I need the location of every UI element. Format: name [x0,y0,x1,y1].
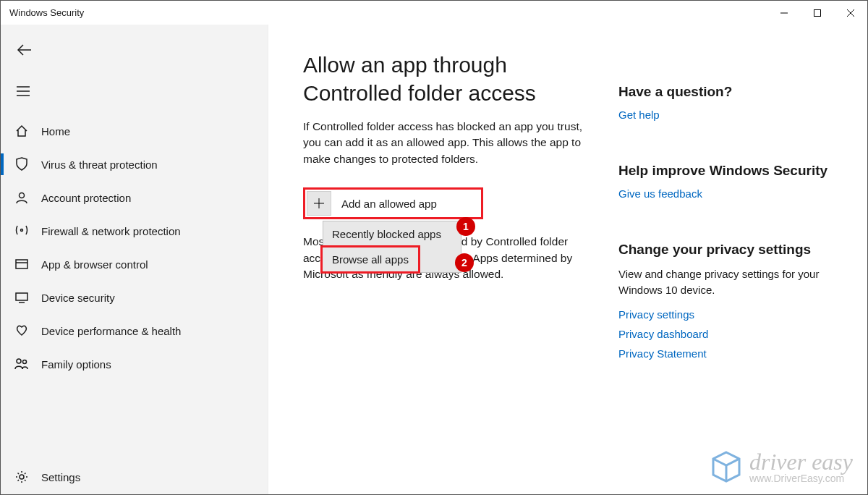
annotation-badge-1: 1 [456,217,475,236]
sidebar-item-label: Settings [41,471,80,483]
sidebar-item-settings[interactable]: Settings [1,460,268,494]
dropdown-item-label: Recently blocked apps [332,228,441,240]
device-security-icon [14,292,30,303]
privacy-body: View and change privacy settings for you… [618,266,850,298]
sidebar-item-label: Family options [41,358,111,371]
watermark-url: www.DriverEasy.com [749,473,853,484]
add-allowed-app-button[interactable]: Add an allowed app [305,190,481,217]
close-button[interactable] [834,1,867,25]
content-area: Allow an app through Controlled folder a… [268,25,867,494]
svg-rect-1 [814,9,821,16]
right-rail: Have a question? Get help Help improve W… [618,51,850,494]
maximize-button[interactable] [801,1,834,25]
sidebar-item-label: Account protection [41,192,131,204]
improve-heading: Help improve Windows Security [618,163,850,179]
sidebar-item-virus-threat[interactable]: Virus & threat protection [1,148,268,181]
add-allowed-app-label: Add an allowed app [341,198,437,210]
sidebar: Home Virus & threat protection Account p… [1,25,268,494]
svg-point-14 [17,359,21,363]
plus-icon [307,191,331,216]
back-arrow-icon [17,44,33,56]
privacy-statement-link[interactable]: Privacy Statement [618,347,850,360]
annotation-highlight-1: Add an allowed app [303,187,483,219]
feedback-link[interactable]: Give us feedback [618,187,850,200]
app-browser-icon [14,258,30,270]
sidebar-item-label: Device security [41,292,115,304]
svg-rect-10 [16,260,27,268]
privacy-dashboard-link[interactable]: Privacy dashboard [618,328,850,340]
sidebar-item-home[interactable]: Home [1,114,268,148]
svg-point-15 [23,360,27,364]
svg-point-16 [20,475,24,479]
watermark: driver easy www.DriverEasy.com [709,449,853,484]
help-heading: Have a question? [618,84,850,100]
svg-rect-12 [16,293,27,300]
get-help-link[interactable]: Get help [618,109,850,121]
gear-icon [14,470,30,483]
home-icon [14,124,30,138]
privacy-heading: Change your privacy settings [618,242,850,258]
sidebar-item-app-browser[interactable]: App & browser control [1,248,268,281]
sidebar-item-label: App & browser control [41,258,148,271]
watermark-cube-icon [709,449,744,484]
sidebar-item-label: Home [41,125,70,138]
watermark-brand: driver easy [749,449,853,475]
dropdown-item-browse[interactable]: Browse all apps [322,247,419,272]
shield-icon [14,157,30,172]
page-title: Allow an app through Controlled folder a… [303,51,607,107]
titlebar: Windows Security [1,1,867,25]
back-button[interactable] [1,38,33,62]
window-title: Windows Security [9,7,767,18]
dropdown-item-label: Browse all apps [332,253,409,266]
sidebar-item-label: Virus & threat protection [41,158,158,171]
privacy-settings-link[interactable]: Privacy settings [618,308,850,321]
person-icon [14,191,30,204]
sidebar-item-label: Firewall & network protection [41,225,181,237]
sidebar-item-firewall[interactable]: Firewall & network protection [1,214,268,248]
sidebar-item-performance[interactable]: Device performance & health [1,314,268,347]
heart-icon [14,325,30,337]
minimize-button[interactable] [767,1,801,25]
sidebar-item-family[interactable]: Family options [1,347,268,381]
dropdown-item-recent[interactable]: Recently blocked apps [323,221,461,247]
sidebar-item-device-security[interactable]: Device security [1,281,268,314]
svg-point-8 [20,193,25,198]
page-description: If Controlled folder access has blocked … [303,119,592,167]
add-allowed-app-dropdown: Recently blocked apps Browse all apps 2 [323,221,461,273]
sidebar-item-label: Device performance & health [41,325,181,337]
hamburger-button[interactable] [1,75,33,107]
hamburger-icon [17,86,30,96]
firewall-icon [14,224,30,237]
family-icon [14,358,30,371]
svg-point-9 [21,229,23,232]
sidebar-item-account[interactable]: Account protection [1,181,268,214]
